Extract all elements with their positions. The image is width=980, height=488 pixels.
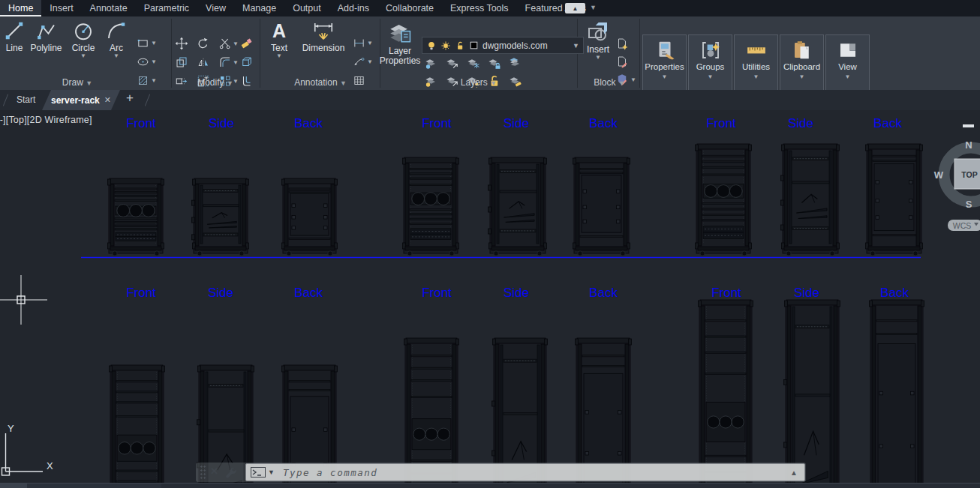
rack-back-view[interactable] [870,300,924,483]
line-button[interactable]: Line [2,19,27,53]
layer-arrow-button[interactable] [445,55,459,70]
rack-side-view[interactable] [488,157,547,256]
layer-properties-button[interactable]: Layer Properties [380,19,420,66]
circle-button[interactable]: Circle▼ [65,19,101,58]
dim-linear-button[interactable]: ▼ [353,37,373,49]
polyline-button[interactable]: Polyline [28,19,65,53]
viewport-controls[interactable]: [-][Top][2D Wireframe] [0,115,92,125]
layer-delete-button[interactable] [508,73,522,88]
rack-front-view[interactable] [403,157,459,256]
ribbon-collapse-button[interactable]: ▲ [565,3,585,13]
ribbon-tab-home[interactable]: Home [0,0,41,16]
trim-button[interactable]: ▼ [218,37,239,50]
rack-back-view[interactable] [866,144,923,256]
hatch-button[interactable]: ▼ [137,74,157,87]
ribbon-tab-add-ins[interactable]: Add-ins [329,0,377,16]
layer-unlock-icon[interactable] [455,40,465,51]
view-label-side[interactable]: Side [788,116,813,130]
ellipse-tool-button[interactable]: ▼ [137,55,157,68]
command-history-icon[interactable]: ▲ [790,469,798,477]
insert-block-button[interactable]: Insert ▼ [582,19,614,60]
rack-side-view[interactable] [781,144,840,256]
viewcube-top-face[interactable]: TOP [961,170,977,179]
layer-dropdown[interactable]: dwgmodels.com ▼ [422,37,584,54]
view-label-side[interactable]: Side [208,286,233,300]
view-label-side[interactable]: Side [504,286,529,300]
new-tab-button[interactable]: + [126,91,134,106]
layer-on-icon[interactable] [426,40,437,51]
leader-button[interactable]: ▼ [353,55,373,68]
layer-walk-button[interactable] [445,73,459,88]
draw-panel-title[interactable]: Draw ▼ [62,77,92,88]
tab-start[interactable]: Start [11,90,41,110]
mirror-button[interactable] [197,55,210,69]
view-label-front[interactable]: Front [126,286,156,300]
block-panel-title[interactable]: Block ▼ [594,77,625,88]
command-customize-icon[interactable] [224,466,236,481]
ribbon-tab-annotate[interactable]: Annotate [82,0,136,16]
ribbon-tab-manage[interactable]: Manage [234,0,284,16]
view-label-front[interactable]: Front [422,286,452,300]
panel-properties[interactable]: Properties▼ [642,34,687,91]
ribbon-tab-collaborate[interactable]: Collaborate [377,0,442,16]
rect-tool-button[interactable]: ▼ [137,37,157,49]
view-label-front[interactable]: Front [126,116,156,130]
rack-side-view[interactable] [784,300,840,483]
fillet-button[interactable]: ▼ [218,55,239,69]
rack-side-view[interactable] [192,178,249,256]
rack-front-view[interactable] [699,300,753,483]
layer-thaw-icon[interactable] [440,40,451,51]
view-label-back[interactable]: Back [294,286,323,300]
stretch-button[interactable] [175,74,188,88]
rack-back-view[interactable] [282,178,338,256]
modify-panel-title[interactable]: Modify ▼ [197,77,233,88]
offset-button[interactable] [240,74,254,88]
layer-off-button[interactable] [424,55,438,70]
view-label-back[interactable]: Back [589,116,618,130]
ribbon-tab-view[interactable]: View [197,0,234,16]
command-input[interactable]: ▼ Type a command ▲ [245,463,805,481]
rack-side-view[interactable] [492,338,548,483]
panel-clipboard[interactable]: Clipboard▼ [780,34,824,91]
viewcube[interactable]: NWSTOP [934,124,980,210]
panel-groups[interactable]: Groups▼ [688,34,732,91]
rack-front-view[interactable] [696,144,752,256]
rack-front-view[interactable] [108,178,164,256]
cad-drawing[interactable]: FrontSideBackFrontSideBackFrontSideBackF… [0,110,980,483]
panel-utilities[interactable]: Utilities▼ [734,34,778,91]
block-edit-button[interactable] [615,55,629,68]
ribbon-tab-insert[interactable]: Insert [41,0,81,16]
view-label-front[interactable]: Front [422,116,452,130]
view-label-back[interactable]: Back [873,116,902,130]
panel-view[interactable]: View▼ [825,34,870,91]
move-button[interactable] [175,37,188,50]
rack-front-view[interactable] [110,365,165,483]
view-label-front[interactable]: Front [706,116,736,130]
view-label-side[interactable]: Side [504,116,529,130]
command-close-icon[interactable]: ✕ [210,466,218,477]
view-label-front[interactable]: Front [711,286,741,300]
rack-front-view[interactable] [404,338,459,483]
layer-dropdown-caret-icon[interactable]: ▼ [573,42,579,49]
drawing-canvas[interactable]: FrontSideBackFrontSideBackFrontSideBackF… [0,110,980,483]
rack-back-view[interactable] [576,338,632,483]
dimension-button[interactable]: Dimension [296,19,351,53]
rotate-button[interactable] [197,37,210,50]
view-label-side[interactable]: Side [209,116,234,130]
view-label-back[interactable]: Back [589,286,618,300]
erase-button[interactable] [240,37,254,50]
arc-button[interactable]: Arc▼ [102,19,131,58]
ribbon-tab-express-tools[interactable]: Express Tools [442,0,517,16]
table-button[interactable] [353,74,365,87]
tab-close-icon[interactable]: ✕ [104,95,111,105]
view-label-back[interactable]: Back [294,116,323,130]
layer-freeze-button[interactable] [466,55,480,70]
ribbon-tab-output[interactable]: Output [284,0,329,16]
copy-button[interactable] [175,55,188,69]
explode-button[interactable] [240,55,254,69]
block-new-button[interactable] [615,37,629,50]
annotation-panel-title[interactable]: Annotation ▼ [294,77,347,88]
command-drag-handle[interactable] [200,465,206,480]
layer-color-swatch[interactable] [469,40,479,50]
rack-back-view[interactable] [573,157,630,256]
